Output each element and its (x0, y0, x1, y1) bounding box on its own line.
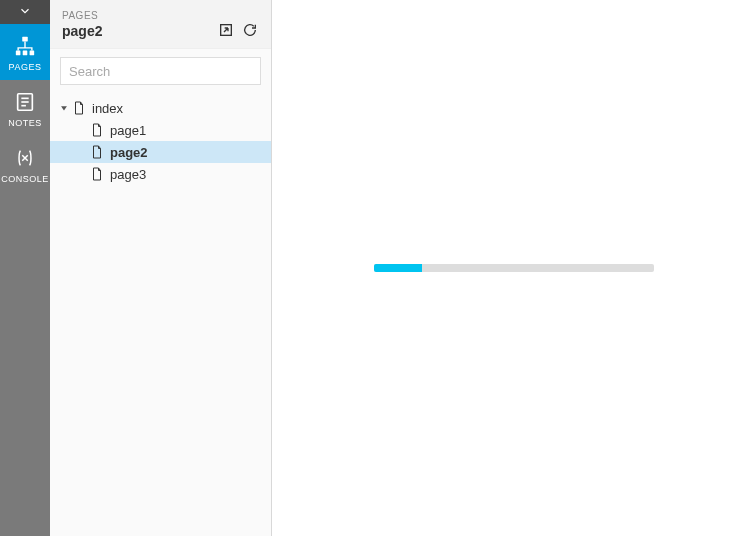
tree-label: index (92, 101, 123, 116)
refresh-button[interactable] (241, 22, 259, 40)
svg-marker-9 (61, 106, 67, 110)
page-icon (90, 145, 104, 159)
pages-sidebar: PAGES page2 (50, 0, 272, 536)
tree-item[interactable]: page3 (50, 163, 271, 185)
notes-icon (13, 90, 37, 114)
rail-item-label: CONSOLE (1, 174, 49, 184)
svg-rect-3 (30, 51, 35, 56)
page-tree: index page1 page2 page3 (50, 93, 271, 189)
search-input[interactable] (60, 57, 261, 85)
tree-label: page2 (110, 145, 148, 160)
export-icon (218, 22, 234, 41)
page-icon (90, 123, 104, 137)
tree-label: page1 (110, 123, 146, 138)
rail-item-pages[interactable]: PAGES (0, 24, 50, 80)
variable-icon (13, 146, 37, 170)
progress-fill (374, 264, 422, 272)
chevron-down-icon (18, 4, 32, 21)
svg-rect-2 (23, 51, 28, 56)
svg-rect-0 (22, 37, 28, 42)
search-wrap (50, 49, 271, 93)
refresh-icon (242, 22, 258, 41)
sitemap-icon (13, 34, 37, 58)
export-button[interactable] (217, 22, 235, 40)
main-canvas (272, 0, 756, 536)
rail-item-label: PAGES (9, 62, 42, 72)
tree-item-selected[interactable]: page2 (50, 141, 271, 163)
page-title: page2 (62, 23, 102, 39)
page-icon (90, 167, 104, 181)
rail-item-notes[interactable]: NOTES (0, 80, 50, 136)
rail-collapse-button[interactable] (0, 0, 50, 24)
tree-root[interactable]: index (50, 97, 271, 119)
rail-item-console[interactable]: CONSOLE (0, 136, 50, 192)
rail-item-label: NOTES (8, 118, 42, 128)
caret-down-icon[interactable] (58, 102, 70, 114)
activity-rail: PAGES NOTES CONSOLE (0, 0, 50, 536)
tree-label: page3 (110, 167, 146, 182)
sidebar-header: PAGES page2 (50, 0, 271, 49)
svg-rect-1 (16, 51, 21, 56)
tree-item[interactable]: page1 (50, 119, 271, 141)
sidebar-section-label: PAGES (62, 10, 102, 21)
page-icon (72, 101, 86, 115)
loading-progress (374, 264, 654, 272)
